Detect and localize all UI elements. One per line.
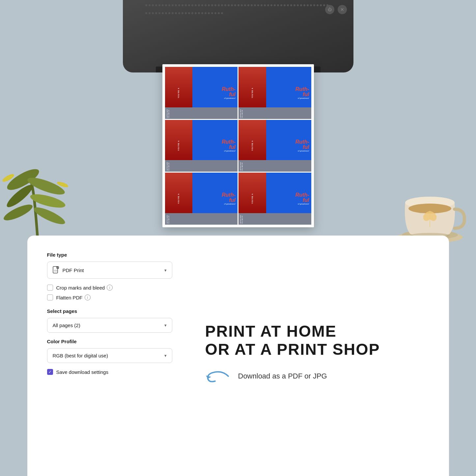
save-settings-label: Save download settings <box>56 369 108 375</box>
printer-power-icon: ⏻ <box>325 5 334 14</box>
select-pages-label: Select pages <box>47 308 172 314</box>
coffee-cup-svg <box>394 173 466 245</box>
save-settings-checkbox[interactable] <box>47 369 53 375</box>
download-controls: File type PDF Print ▾ Crop marks and ble… <box>47 252 172 456</box>
printer-body: ✕ ⏻ <box>123 0 353 72</box>
printer-vents <box>143 2 334 21</box>
promo-line-2: OR AT A PRINT SHOP <box>205 340 380 358</box>
save-settings-row: Save download settings <box>47 369 172 375</box>
printer-close-icon: ✕ <box>338 5 347 14</box>
plant-svg <box>0 120 76 242</box>
arrow-left-icon <box>205 366 232 386</box>
crop-marks-checkbox[interactable] <box>47 285 53 291</box>
coffee-cup-decoration <box>394 173 466 245</box>
select-pages-section: Select pages All pages (2) ▾ <box>47 308 172 333</box>
card-grid: YOU'RE A Ruth- ful of greatness! I APPRE… <box>165 67 311 225</box>
promo-section: PRINT AT HOME OR AT A PRINT SHOP Downloa… <box>192 252 429 456</box>
flatten-pdf-label: Flatten PDF <box>56 295 83 300</box>
list-item: YOU'RE A Ruth- ful of greatness! I APPRE… <box>238 67 311 119</box>
bottom-panel: File type PDF Print ▾ Crop marks and ble… <box>27 236 449 476</box>
svg-point-4 <box>2 202 35 223</box>
plant-decoration <box>0 120 76 242</box>
printed-paper: YOU'RE A Ruth- ful of greatness! I APPRE… <box>162 64 314 227</box>
file-type-value: PDF Print <box>63 267 84 273</box>
list-item: YOU'RE A Ruth- ful of greatness! I APPRE… <box>238 173 311 225</box>
promo-heading: PRINT AT HOME OR AT A PRINT SHOP <box>205 322 380 358</box>
flatten-pdf-row: Flatten PDF i <box>47 294 172 300</box>
crop-marks-label: Crop marks and bleed <box>56 285 105 291</box>
list-item: YOU'RE A Ruth- ful of greatness! I APPRE… <box>238 120 311 172</box>
chevron-down-icon: ▾ <box>164 268 167 273</box>
file-type-dropdown[interactable]: PDF Print ▾ <box>47 262 172 279</box>
list-item: YOU'RE A Ruth- ful of greatness! I APPRE… <box>165 173 238 225</box>
file-type-label: File type <box>47 252 172 258</box>
printer-illustration: ✕ ⏻ <box>123 0 353 72</box>
flatten-pdf-info-icon[interactable]: i <box>85 294 91 300</box>
color-profile-label: Color Profile <box>47 339 172 344</box>
list-item: YOU'RE A Ruth- ful of greatness! I APPRE… <box>165 120 238 172</box>
color-profile-value: RGB (best for digital use) <box>53 353 108 358</box>
crop-marks-row: Crop marks and bleed i <box>47 285 172 291</box>
color-profile-dropdown[interactable]: RGB (best for digital use) ▾ <box>47 348 172 363</box>
crop-marks-info-icon[interactable]: i <box>107 285 113 291</box>
list-item: YOU'RE A Ruth- ful of greatness! I APPRE… <box>165 67 238 119</box>
promo-line-1: PRINT AT HOME <box>205 322 380 340</box>
color-profile-section: Color Profile RGB (best for digital use)… <box>47 339 172 363</box>
chevron-down-icon-2: ▾ <box>164 323 167 328</box>
promo-sub: Download as a PDF or JPG <box>205 366 327 386</box>
select-pages-dropdown[interactable]: All pages (2) ▾ <box>47 318 172 333</box>
select-pages-value: All pages (2) <box>53 322 80 328</box>
flatten-pdf-checkbox[interactable] <box>47 294 53 300</box>
chevron-down-icon-3: ▾ <box>164 353 167 358</box>
pdf-file-icon <box>53 266 59 274</box>
svg-rect-13 <box>53 266 58 273</box>
promo-description: Download as a PDF or JPG <box>238 372 327 380</box>
